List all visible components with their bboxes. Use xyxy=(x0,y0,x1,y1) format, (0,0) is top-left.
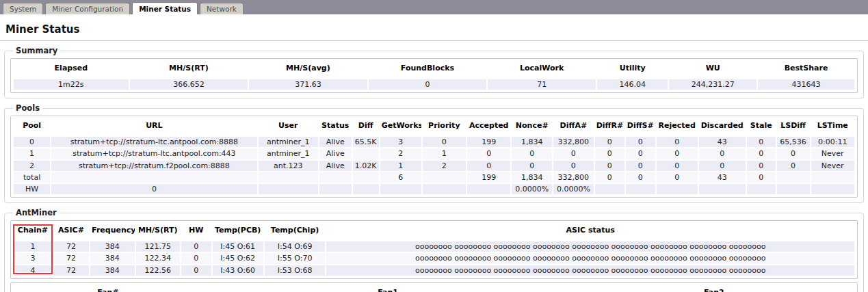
pools-header-accepted: Accepted xyxy=(467,119,510,135)
chain-header-hw: HW xyxy=(181,224,211,240)
pools-header-priority: Priority xyxy=(423,119,466,135)
table-cell: 0 xyxy=(657,148,698,159)
table-cell: I:45 O:61 xyxy=(213,241,263,252)
table-cell: 384 xyxy=(90,265,134,276)
table-cell: 0 xyxy=(595,137,624,147)
pools-header-user: User xyxy=(259,119,318,135)
table-cell: oooooooo oooooooo oooooooo oooooooo oooo… xyxy=(326,253,854,263)
pools-header-diffr: DiffR# xyxy=(595,119,624,135)
table-cell: 6 xyxy=(380,172,421,183)
pools-header-diffa: DiffA# xyxy=(553,119,594,135)
table-cell: 332,800 xyxy=(553,172,594,183)
summary-header-localwork: LocalWork xyxy=(488,62,596,78)
summary-section: Summary Elapsed MH/S(RT) MH/S(avg) Found… xyxy=(4,46,864,98)
table-cell: 366.652 xyxy=(130,79,248,90)
tab-miner-status[interactable]: Miner Status xyxy=(132,2,198,14)
table-cell: 0 xyxy=(747,172,776,183)
chain-table-box: Chain# ASIC# Frequency MH/S(RT) HW Temp(… xyxy=(10,220,858,279)
table-cell: HW xyxy=(14,184,50,194)
pools-header-row: Pool URL User Status Diff GetWorks Prior… xyxy=(14,119,854,135)
summary-header-wu: WU xyxy=(669,62,757,78)
table-cell: 0 xyxy=(512,161,552,171)
table-cell: 1.02K xyxy=(353,161,379,171)
table-cell: 1 xyxy=(14,148,50,159)
table-cell: 65.5K xyxy=(353,137,379,147)
table-row: 2stratum+tcp://stratum.f2pool.com:8888an… xyxy=(14,161,854,171)
table-cell: oooooooo oooooooo oooooooo oooooooo oooo… xyxy=(326,265,854,276)
table-cell: Never xyxy=(811,148,855,159)
table-cell xyxy=(595,184,624,194)
table-cell: 0 xyxy=(369,79,487,90)
table-cell: oooooooo oooooooo oooooooo oooooooo oooo… xyxy=(326,241,854,252)
table-cell: 0 xyxy=(512,148,552,159)
table-cell xyxy=(423,172,466,183)
pools-header-discarded: Discarded xyxy=(699,119,746,135)
summary-header-bestshare: BestShare xyxy=(758,62,854,78)
table-cell: 244,231.27 xyxy=(669,79,757,90)
table-cell: 0 xyxy=(467,148,510,159)
table-cell: 122.34 xyxy=(136,253,180,263)
pools-table: Pool URL User Status Diff GetWorks Prior… xyxy=(12,118,856,196)
pools-header-diffs: DiffS# xyxy=(626,119,655,135)
tab-miner-configuration[interactable]: Miner Configuration xyxy=(45,3,130,14)
table-cell: 0 xyxy=(181,265,211,276)
chain-header-frequency: Frequency xyxy=(90,224,134,240)
table-cell: 0 xyxy=(14,137,50,147)
table-cell: I:54 O:69 xyxy=(265,241,326,252)
summary-header-mhs-avg: MH/S(avg) xyxy=(249,62,367,78)
table-cell: 0 xyxy=(699,148,746,159)
table-cell: 43 xyxy=(699,137,746,147)
table-cell xyxy=(777,172,810,183)
table-cell: stratum+tcp://stratum-ltc.antpool.com:88… xyxy=(51,137,257,147)
table-row: 472384122.560I:43 O:60I:53 O:68oooooooo … xyxy=(14,265,854,276)
table-cell: 332,800 xyxy=(553,137,594,147)
chain-header-mhs-rt: MH/S(RT) xyxy=(136,224,180,240)
table-cell xyxy=(319,172,352,183)
tab-network[interactable]: Network xyxy=(200,3,244,14)
summary-header-elapsed: Elapsed xyxy=(14,62,129,78)
table-cell: 1,834 xyxy=(512,137,552,147)
table-cell: 431643 xyxy=(758,79,854,90)
table-cell: 0 xyxy=(777,161,810,171)
table-cell xyxy=(353,148,379,159)
table-cell: 0 xyxy=(657,161,698,171)
pools-header-lsdiff: LSDiff xyxy=(777,119,810,135)
table-cell: 0 xyxy=(595,161,624,171)
table-cell: Never xyxy=(811,161,855,171)
table-cell: 0 xyxy=(777,148,810,159)
chain-header-temp-pcb: Temp(PCB) xyxy=(213,224,263,240)
table-cell xyxy=(423,184,466,194)
table-cell xyxy=(811,172,855,183)
pools-header-stale: Stale xyxy=(747,119,776,135)
table-cell: 1,834 xyxy=(512,172,552,183)
table-cell: 0 xyxy=(747,148,776,159)
summary-header-row: Elapsed MH/S(RT) MH/S(avg) FoundBlocks L… xyxy=(14,62,854,78)
table-row: HW00.0000%0.0000% xyxy=(14,184,854,194)
table-cell: 0 xyxy=(626,137,655,147)
table-cell xyxy=(51,172,257,183)
table-cell: 0.0000% xyxy=(553,184,594,194)
table-cell: antminer_1 xyxy=(259,137,318,147)
chain-header-temp-chip: Temp(Chip) xyxy=(265,224,326,240)
summary-legend: Summary xyxy=(13,46,60,55)
tab-bar: System Miner Configuration Miner Status … xyxy=(0,0,868,14)
table-cell: 72 xyxy=(53,241,89,252)
summary-header-foundblocks: FoundBlocks xyxy=(369,62,487,78)
table-cell: 2 xyxy=(423,161,466,171)
table-cell xyxy=(259,184,318,194)
table-cell: 0 xyxy=(595,148,624,159)
table-row: 372384122.340I:45 O:62I:55 O:70oooooooo … xyxy=(14,253,854,263)
pools-header-lstime: LSTime xyxy=(811,119,855,135)
fan-header-row: Fan# Fan1 Fan2 xyxy=(14,286,854,292)
table-cell: Alive xyxy=(319,137,352,147)
table-cell: 0 xyxy=(51,184,257,194)
table-cell: 71 xyxy=(488,79,596,90)
table-cell: 0 xyxy=(747,137,776,147)
tab-system[interactable]: System xyxy=(3,3,43,14)
table-cell: 2 xyxy=(14,161,50,171)
table-cell xyxy=(747,184,776,194)
table-row: 1stratum+tcp://stratum-ltc.antpool.com:4… xyxy=(14,148,854,159)
summary-table: Elapsed MH/S(RT) MH/S(avg) FoundBlocks L… xyxy=(12,60,856,91)
table-cell: 0 xyxy=(181,253,211,263)
table-cell: 0 xyxy=(699,161,746,171)
